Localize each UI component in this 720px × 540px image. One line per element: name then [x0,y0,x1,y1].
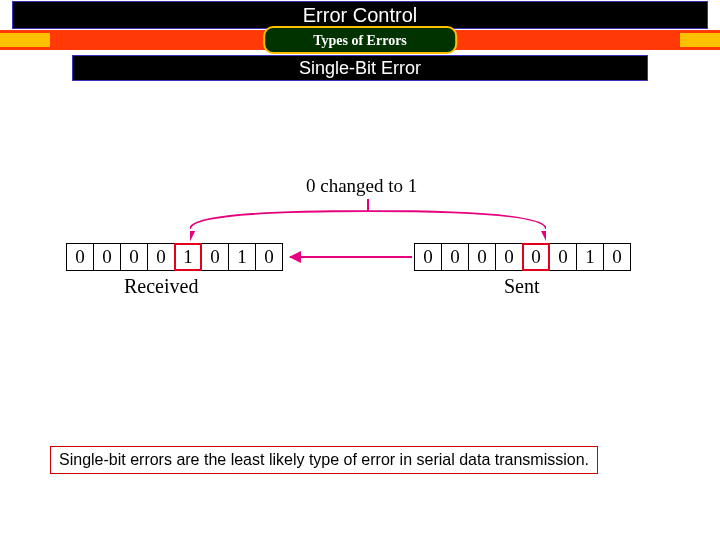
received-bit: 1 [174,243,202,271]
received-label: Received [124,275,198,298]
sent-bit: 0 [549,243,577,271]
received-bit: 0 [93,243,121,271]
received-bit: 0 [147,243,175,271]
diagram: 0 changed to 1 00001010 00000010 Receive… [52,175,672,325]
section-bar: Single-Bit Error [72,55,648,81]
footer-text: Single-bit errors are the least likely t… [59,451,589,468]
title-text: Error Control [303,2,417,28]
svg-marker-0 [190,231,195,241]
received-byte: 00001010 [66,243,283,271]
subtitle-text: Types of Errors [313,33,407,48]
received-bit: 0 [255,243,283,271]
sent-bit: 0 [414,243,442,271]
svg-marker-2 [190,231,195,241]
sent-bit: 0 [495,243,523,271]
sent-label: Sent [504,275,540,298]
sent-bit: 0 [441,243,469,271]
subtitle-badge: Types of Errors [263,26,457,54]
sent-byte: 00000010 [414,243,631,271]
change-label: 0 changed to 1 [306,175,417,197]
slide: Error Control Types of Errors Single-Bit… [0,0,720,540]
sent-bit: 0 [468,243,496,271]
sent-bit: 1 [576,243,604,271]
callout-arrow-icon [190,199,546,243]
title-bar: Error Control [12,1,708,29]
section-text: Single-Bit Error [299,56,421,80]
footer-note: Single-bit errors are the least likely t… [50,446,598,474]
sent-bit: 0 [603,243,631,271]
received-bit: 0 [66,243,94,271]
received-bit: 0 [120,243,148,271]
received-bit: 1 [228,243,256,271]
received-bit: 0 [201,243,229,271]
transmission-arrow-icon [290,256,412,258]
sent-bit: 0 [522,243,550,271]
svg-marker-1 [541,231,546,241]
